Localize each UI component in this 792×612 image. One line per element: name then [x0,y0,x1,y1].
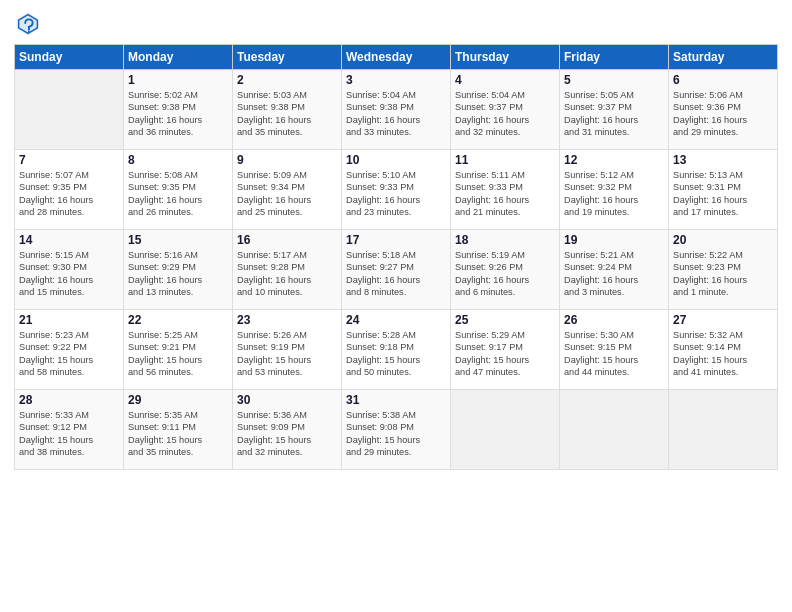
col-sunday: Sunday [15,45,124,70]
logo-icon [14,10,42,38]
date-number: 22 [128,313,228,327]
calendar-cell: 25Sunrise: 5:29 AM Sunset: 9:17 PM Dayli… [451,310,560,390]
cell-info: Sunrise: 5:23 AM Sunset: 9:22 PM Dayligh… [19,329,119,379]
date-number: 1 [128,73,228,87]
calendar-cell: 21Sunrise: 5:23 AM Sunset: 9:22 PM Dayli… [15,310,124,390]
calendar-cell: 5Sunrise: 5:05 AM Sunset: 9:37 PM Daylig… [560,70,669,150]
date-number: 24 [346,313,446,327]
calendar-cell: 9Sunrise: 5:09 AM Sunset: 9:34 PM Daylig… [233,150,342,230]
cell-info: Sunrise: 5:05 AM Sunset: 9:37 PM Dayligh… [564,89,664,139]
date-number: 23 [237,313,337,327]
week-row-1: 7Sunrise: 5:07 AM Sunset: 9:35 PM Daylig… [15,150,778,230]
week-row-3: 21Sunrise: 5:23 AM Sunset: 9:22 PM Dayli… [15,310,778,390]
calendar-cell: 14Sunrise: 5:15 AM Sunset: 9:30 PM Dayli… [15,230,124,310]
date-number: 15 [128,233,228,247]
cell-info: Sunrise: 5:16 AM Sunset: 9:29 PM Dayligh… [128,249,228,299]
cell-info: Sunrise: 5:17 AM Sunset: 9:28 PM Dayligh… [237,249,337,299]
svg-point-2 [28,31,30,33]
cell-info: Sunrise: 5:04 AM Sunset: 9:37 PM Dayligh… [455,89,555,139]
cell-info: Sunrise: 5:06 AM Sunset: 9:36 PM Dayligh… [673,89,773,139]
calendar-cell: 10Sunrise: 5:10 AM Sunset: 9:33 PM Dayli… [342,150,451,230]
col-saturday: Saturday [669,45,778,70]
date-number: 26 [564,313,664,327]
calendar-cell: 16Sunrise: 5:17 AM Sunset: 9:28 PM Dayli… [233,230,342,310]
date-number: 28 [19,393,119,407]
cell-info: Sunrise: 5:08 AM Sunset: 9:35 PM Dayligh… [128,169,228,219]
week-row-4: 28Sunrise: 5:33 AM Sunset: 9:12 PM Dayli… [15,390,778,470]
date-number: 18 [455,233,555,247]
date-number: 7 [19,153,119,167]
calendar-cell: 12Sunrise: 5:12 AM Sunset: 9:32 PM Dayli… [560,150,669,230]
cell-info: Sunrise: 5:07 AM Sunset: 9:35 PM Dayligh… [19,169,119,219]
calendar-cell: 17Sunrise: 5:18 AM Sunset: 9:27 PM Dayli… [342,230,451,310]
calendar-cell: 31Sunrise: 5:38 AM Sunset: 9:08 PM Dayli… [342,390,451,470]
calendar-cell: 20Sunrise: 5:22 AM Sunset: 9:23 PM Dayli… [669,230,778,310]
date-number: 10 [346,153,446,167]
header-row: Sunday Monday Tuesday Wednesday Thursday… [15,45,778,70]
col-thursday: Thursday [451,45,560,70]
cell-info: Sunrise: 5:33 AM Sunset: 9:12 PM Dayligh… [19,409,119,459]
date-number: 13 [673,153,773,167]
cell-info: Sunrise: 5:12 AM Sunset: 9:32 PM Dayligh… [564,169,664,219]
date-number: 17 [346,233,446,247]
cell-info: Sunrise: 5:11 AM Sunset: 9:33 PM Dayligh… [455,169,555,219]
calendar-cell: 19Sunrise: 5:21 AM Sunset: 9:24 PM Dayli… [560,230,669,310]
week-row-2: 14Sunrise: 5:15 AM Sunset: 9:30 PM Dayli… [15,230,778,310]
cell-info: Sunrise: 5:10 AM Sunset: 9:33 PM Dayligh… [346,169,446,219]
col-wednesday: Wednesday [342,45,451,70]
date-number: 4 [455,73,555,87]
cell-info: Sunrise: 5:03 AM Sunset: 9:38 PM Dayligh… [237,89,337,139]
calendar-cell [15,70,124,150]
date-number: 11 [455,153,555,167]
cell-info: Sunrise: 5:30 AM Sunset: 9:15 PM Dayligh… [564,329,664,379]
cell-info: Sunrise: 5:32 AM Sunset: 9:14 PM Dayligh… [673,329,773,379]
calendar-cell: 24Sunrise: 5:28 AM Sunset: 9:18 PM Dayli… [342,310,451,390]
date-number: 25 [455,313,555,327]
calendar-cell: 30Sunrise: 5:36 AM Sunset: 9:09 PM Dayli… [233,390,342,470]
svg-marker-0 [17,13,39,35]
cell-info: Sunrise: 5:26 AM Sunset: 9:19 PM Dayligh… [237,329,337,379]
date-number: 14 [19,233,119,247]
calendar-cell: 28Sunrise: 5:33 AM Sunset: 9:12 PM Dayli… [15,390,124,470]
col-friday: Friday [560,45,669,70]
cell-info: Sunrise: 5:19 AM Sunset: 9:26 PM Dayligh… [455,249,555,299]
cell-info: Sunrise: 5:15 AM Sunset: 9:30 PM Dayligh… [19,249,119,299]
col-monday: Monday [124,45,233,70]
calendar-cell: 4Sunrise: 5:04 AM Sunset: 9:37 PM Daylig… [451,70,560,150]
date-number: 16 [237,233,337,247]
calendar-cell [451,390,560,470]
cell-info: Sunrise: 5:04 AM Sunset: 9:38 PM Dayligh… [346,89,446,139]
calendar-cell: 2Sunrise: 5:03 AM Sunset: 9:38 PM Daylig… [233,70,342,150]
calendar-cell: 8Sunrise: 5:08 AM Sunset: 9:35 PM Daylig… [124,150,233,230]
date-number: 12 [564,153,664,167]
calendar-cell: 29Sunrise: 5:35 AM Sunset: 9:11 PM Dayli… [124,390,233,470]
calendar-cell: 1Sunrise: 5:02 AM Sunset: 9:38 PM Daylig… [124,70,233,150]
date-number: 3 [346,73,446,87]
date-number: 9 [237,153,337,167]
calendar-cell: 23Sunrise: 5:26 AM Sunset: 9:19 PM Dayli… [233,310,342,390]
calendar-cell: 27Sunrise: 5:32 AM Sunset: 9:14 PM Dayli… [669,310,778,390]
cell-info: Sunrise: 5:38 AM Sunset: 9:08 PM Dayligh… [346,409,446,459]
calendar-cell: 13Sunrise: 5:13 AM Sunset: 9:31 PM Dayli… [669,150,778,230]
logo [14,10,46,38]
cell-info: Sunrise: 5:25 AM Sunset: 9:21 PM Dayligh… [128,329,228,379]
calendar-cell: 26Sunrise: 5:30 AM Sunset: 9:15 PM Dayli… [560,310,669,390]
calendar-cell: 11Sunrise: 5:11 AM Sunset: 9:33 PM Dayli… [451,150,560,230]
cell-info: Sunrise: 5:21 AM Sunset: 9:24 PM Dayligh… [564,249,664,299]
calendar-cell [669,390,778,470]
calendar-cell: 15Sunrise: 5:16 AM Sunset: 9:29 PM Dayli… [124,230,233,310]
cell-info: Sunrise: 5:35 AM Sunset: 9:11 PM Dayligh… [128,409,228,459]
calendar-cell: 3Sunrise: 5:04 AM Sunset: 9:38 PM Daylig… [342,70,451,150]
date-number: 19 [564,233,664,247]
cell-info: Sunrise: 5:02 AM Sunset: 9:38 PM Dayligh… [128,89,228,139]
cell-info: Sunrise: 5:22 AM Sunset: 9:23 PM Dayligh… [673,249,773,299]
date-number: 5 [564,73,664,87]
calendar-table: Sunday Monday Tuesday Wednesday Thursday… [14,44,778,470]
date-number: 30 [237,393,337,407]
cell-info: Sunrise: 5:28 AM Sunset: 9:18 PM Dayligh… [346,329,446,379]
cell-info: Sunrise: 5:09 AM Sunset: 9:34 PM Dayligh… [237,169,337,219]
date-number: 31 [346,393,446,407]
col-tuesday: Tuesday [233,45,342,70]
date-number: 27 [673,313,773,327]
calendar-cell [560,390,669,470]
